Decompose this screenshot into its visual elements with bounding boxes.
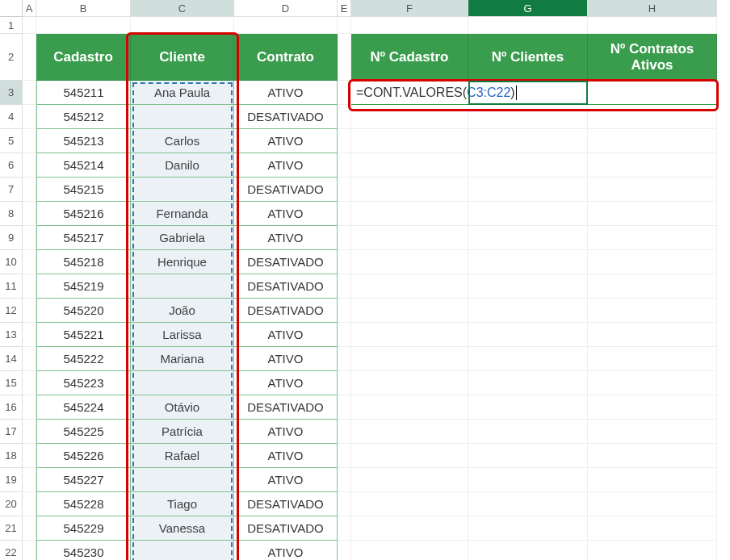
cell-cadastro-13[interactable]: 545224	[36, 395, 131, 420]
cell-contrato-16[interactable]: ATIVO	[234, 468, 338, 492]
cell-F13[interactable]	[351, 323, 468, 347]
cell-E22[interactable]	[338, 541, 351, 560]
cell-E14[interactable]	[338, 347, 351, 371]
cell-cliente-3[interactable]: Danilo	[131, 153, 234, 178]
column-header-B[interactable]: B	[36, 0, 131, 17]
cell-H7[interactable]	[588, 178, 717, 202]
cell-cliente-16[interactable]	[131, 468, 234, 492]
cell-F6[interactable]	[351, 153, 468, 178]
cell-H14[interactable]	[588, 347, 717, 371]
cell-cliente-5[interactable]: Fernanda	[131, 202, 234, 226]
cell-A10[interactable]	[23, 250, 36, 274]
cell-G19[interactable]	[468, 468, 588, 492]
cell-A4[interactable]	[23, 105, 36, 129]
cell-A8[interactable]	[23, 202, 36, 226]
cell-cadastro-3[interactable]: 545214	[36, 153, 131, 178]
cell-cadastro-0[interactable]: 545211	[36, 81, 131, 105]
cell-contrato-19[interactable]: ATIVO	[234, 541, 338, 560]
cell-A2[interactable]	[23, 34, 36, 81]
row-header-12[interactable]: 12	[0, 299, 23, 323]
cell-cliente-9[interactable]: João	[131, 299, 234, 323]
cell-B1[interactable]	[36, 17, 131, 34]
spreadsheet-grid[interactable]: ABCDEFGH12CadastroClienteContratoNº Cada…	[0, 0, 730, 560]
cell-F19[interactable]	[351, 468, 468, 492]
cell-H22[interactable]	[588, 541, 717, 560]
cell-contrato-0[interactable]: ATIVO	[234, 81, 338, 105]
cell-cliente-0[interactable]: Ana Paula	[131, 81, 234, 105]
cell-G21[interactable]	[468, 516, 588, 541]
cell-cadastro-5[interactable]: 545216	[36, 202, 131, 226]
column-header-A[interactable]: A	[23, 0, 36, 17]
row-header-7[interactable]: 7	[0, 178, 23, 202]
cell-G7[interactable]	[468, 178, 588, 202]
cell-F14[interactable]	[351, 347, 468, 371]
row-header-10[interactable]: 10	[0, 250, 23, 274]
cell-A21[interactable]	[23, 516, 36, 541]
cell-E5[interactable]	[338, 129, 351, 153]
cell-F12[interactable]	[351, 299, 468, 323]
cell-D1[interactable]	[234, 17, 338, 34]
cell-F22[interactable]	[351, 541, 468, 560]
row-header-14[interactable]: 14	[0, 347, 23, 371]
row-header-20[interactable]: 20	[0, 492, 23, 516]
cell-F1[interactable]	[351, 17, 468, 34]
cell-E13[interactable]	[338, 323, 351, 347]
cell-cadastro-14[interactable]: 545225	[36, 420, 131, 444]
cell-A3[interactable]	[23, 81, 36, 105]
cell-contrato-12[interactable]: ATIVO	[234, 371, 338, 395]
cell-H17[interactable]	[588, 420, 717, 444]
row-header-16[interactable]: 16	[0, 395, 23, 420]
cell-cliente-10[interactable]: Larissa	[131, 323, 234, 347]
cell-contrato-10[interactable]: ATIVO	[234, 323, 338, 347]
cell-F8[interactable]	[351, 202, 468, 226]
cell-F5[interactable]	[351, 129, 468, 153]
cell-E6[interactable]	[338, 153, 351, 178]
row-header-17[interactable]: 17	[0, 420, 23, 444]
cell-G9[interactable]	[468, 226, 588, 250]
cell-F11[interactable]	[351, 274, 468, 299]
cell-contrato-2[interactable]: ATIVO	[234, 129, 338, 153]
cell-A14[interactable]	[23, 347, 36, 371]
cell-H15[interactable]	[588, 371, 717, 395]
cell-cliente-2[interactable]: Carlos	[131, 129, 234, 153]
cell-cadastro-15[interactable]: 545226	[36, 444, 131, 468]
cell-A19[interactable]	[23, 468, 36, 492]
cell-A9[interactable]	[23, 226, 36, 250]
cell-A15[interactable]	[23, 371, 36, 395]
cell-E3[interactable]	[338, 81, 351, 105]
cell-G6[interactable]	[468, 153, 588, 178]
row-header-4[interactable]: 4	[0, 105, 23, 129]
row-header-9[interactable]: 9	[0, 226, 23, 250]
cell-cadastro-4[interactable]: 545215	[36, 178, 131, 202]
cell-E7[interactable]	[338, 178, 351, 202]
cell-G16[interactable]	[468, 395, 588, 420]
cell-E21[interactable]	[338, 516, 351, 541]
row-header-3[interactable]: 3	[0, 81, 23, 105]
cell-cliente-6[interactable]: Gabriela	[131, 226, 234, 250]
cell-cadastro-16[interactable]: 545227	[36, 468, 131, 492]
cell-G17[interactable]	[468, 420, 588, 444]
cell-cadastro-19[interactable]: 545230	[36, 541, 131, 560]
cell-H10[interactable]	[588, 250, 717, 274]
cell-F20[interactable]	[351, 492, 468, 516]
cell-cliente-14[interactable]: Patrícia	[131, 420, 234, 444]
cell-H13[interactable]	[588, 323, 717, 347]
cell-H1[interactable]	[588, 17, 717, 34]
cell-contrato-3[interactable]: ATIVO	[234, 153, 338, 178]
cell-A16[interactable]	[23, 395, 36, 420]
row-header-18[interactable]: 18	[0, 444, 23, 468]
cell-H18[interactable]	[588, 444, 717, 468]
cell-E16[interactable]	[338, 395, 351, 420]
cell-E11[interactable]	[338, 274, 351, 299]
cell-cadastro-10[interactable]: 545221	[36, 323, 131, 347]
cell-A6[interactable]	[23, 153, 36, 178]
column-header-F[interactable]: F	[351, 0, 468, 17]
cell-G5[interactable]	[468, 129, 588, 153]
row-header-2[interactable]: 2	[0, 34, 23, 81]
column-header-H[interactable]: H	[588, 0, 717, 17]
cell-cliente-19[interactable]	[131, 541, 234, 560]
cell-A1[interactable]	[23, 17, 36, 34]
cell-E20[interactable]	[338, 492, 351, 516]
cell-cliente-11[interactable]: Mariana	[131, 347, 234, 371]
row-header-8[interactable]: 8	[0, 202, 23, 226]
